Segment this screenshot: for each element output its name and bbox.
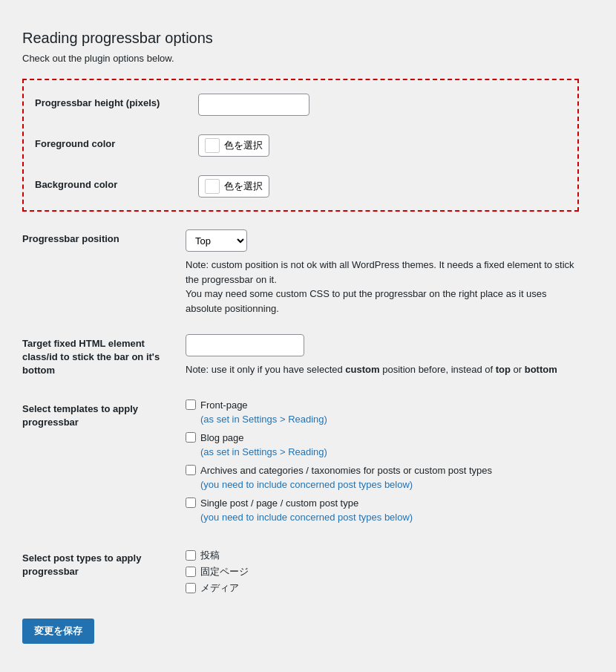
save-button-wrapper: 変更を保存 [22, 604, 579, 644]
progressbar-position-row: Progressbar position Top Bottom Custom N… [22, 215, 579, 324]
foreground-color-row: Foreground color 色を選択 [35, 125, 566, 166]
position-note: Note: custom position is not ok with all… [186, 258, 579, 316]
progressbar-position-content: Top Bottom Custom Note: custom position … [186, 229, 579, 316]
post-types-content: 投稿 固定ページ メディア [186, 549, 579, 595]
post-types-checkbox-group: 投稿 固定ページ メディア [186, 549, 579, 595]
progressbar-position-select[interactable]: Top Bottom Custom [186, 229, 247, 252]
post-type-page-checkbox[interactable] [186, 567, 196, 577]
template-blogpage-item: Blog page [186, 432, 579, 443]
foreground-color-button[interactable]: 色を選択 [198, 134, 269, 157]
position-note-text2: You may need some custom CSS to put the … [186, 288, 547, 314]
post-type-page-label: 固定ページ [200, 565, 249, 578]
progressbar-height-content [198, 94, 566, 116]
templates-row: Select templates to apply progressbar Fr… [22, 387, 579, 536]
foreground-color-btn-label: 色を選択 [224, 139, 263, 152]
target-element-content: Note: use it only if you have selected c… [186, 334, 579, 377]
page-container: Reading progressbar options Check out th… [0, 15, 601, 659]
templates-label: Select templates to apply progressbar [22, 399, 186, 429]
template-blogpage-checkbox[interactable] [186, 432, 196, 443]
target-note: Note: use it only if you have selected c… [186, 362, 579, 377]
template-frontpage-checkbox[interactable] [186, 399, 196, 410]
post-type-media-checkbox[interactable] [186, 583, 196, 593]
post-type-post-checkbox[interactable] [186, 550, 196, 561]
page-title: Reading progressbar options [22, 30, 579, 47]
progressbar-height-row: Progressbar height (pixels) [35, 84, 566, 125]
templates-checkbox-group: Front-page (as set in Settings > Reading… [186, 399, 579, 527]
background-color-preview [205, 179, 220, 194]
template-archives-item: Archives and categories / taxonomies for… [186, 465, 579, 476]
position-note-text1: Note: custom position is not ok with all… [186, 259, 574, 285]
template-frontpage-subnote: (as set in Settings > Reading) [200, 414, 579, 425]
target-note-or: or [511, 364, 525, 375]
background-color-row: Background color 色を選択 [35, 166, 566, 206]
foreground-color-label: Foreground color [35, 134, 198, 151]
background-color-button[interactable]: 色を選択 [198, 175, 269, 198]
target-element-label: Target fixed HTML element class/id to st… [22, 334, 186, 378]
target-note-custom: custom [345, 364, 379, 375]
target-element-input[interactable] [186, 334, 304, 356]
templates-content: Front-page (as set in Settings > Reading… [186, 399, 579, 527]
foreground-color-preview [205, 138, 220, 153]
background-color-label: Background color [35, 175, 198, 192]
background-color-btn-label: 色を選択 [224, 180, 263, 193]
template-archives-subnote: (you need to include concerned post type… [200, 479, 579, 490]
template-single-label: Single post / page / custom post type [200, 498, 358, 509]
post-types-label: Select post types to apply progressbar [22, 549, 186, 578]
template-archives-label: Archives and categories / taxonomies for… [200, 465, 492, 476]
post-type-media-label: メディア [200, 581, 239, 595]
target-note-middle: position before, instead of [380, 364, 496, 375]
target-note-prefix: Note: use it only if you have selected [186, 364, 345, 375]
template-archives-checkbox[interactable] [186, 465, 196, 475]
post-type-media-item: メディア [186, 581, 579, 595]
background-color-content: 色を選択 [198, 175, 566, 198]
page-subtitle: Check out the plugin options below. [22, 53, 579, 64]
save-button[interactable]: 変更を保存 [22, 619, 94, 644]
post-type-post-item: 投稿 [186, 549, 579, 562]
target-element-row: Target fixed HTML element class/id to st… [22, 324, 579, 387]
template-blogpage-subnote: (as set in Settings > Reading) [200, 446, 579, 457]
template-frontpage-item: Front-page [186, 399, 579, 411]
template-single-item: Single post / page / custom post type [186, 498, 579, 509]
template-blogpage-label: Blog page [200, 432, 244, 443]
template-single-subnote: (you need to include concerned post type… [200, 512, 579, 523]
foreground-color-content: 色を選択 [198, 134, 566, 157]
post-types-row: Select post types to apply progressbar 投… [22, 536, 579, 604]
post-type-post-label: 投稿 [200, 549, 220, 562]
target-note-top: top [496, 364, 511, 375]
template-frontpage-label: Front-page [200, 399, 248, 411]
progressbar-height-input[interactable] [198, 94, 309, 116]
progressbar-height-label: Progressbar height (pixels) [35, 94, 198, 110]
post-type-page-item: 固定ページ [186, 565, 579, 578]
highlighted-options-box: Progressbar height (pixels) Foreground c… [22, 79, 579, 212]
target-note-bottom: bottom [525, 364, 557, 375]
template-single-checkbox[interactable] [186, 498, 196, 508]
progressbar-position-label: Progressbar position [22, 229, 186, 246]
